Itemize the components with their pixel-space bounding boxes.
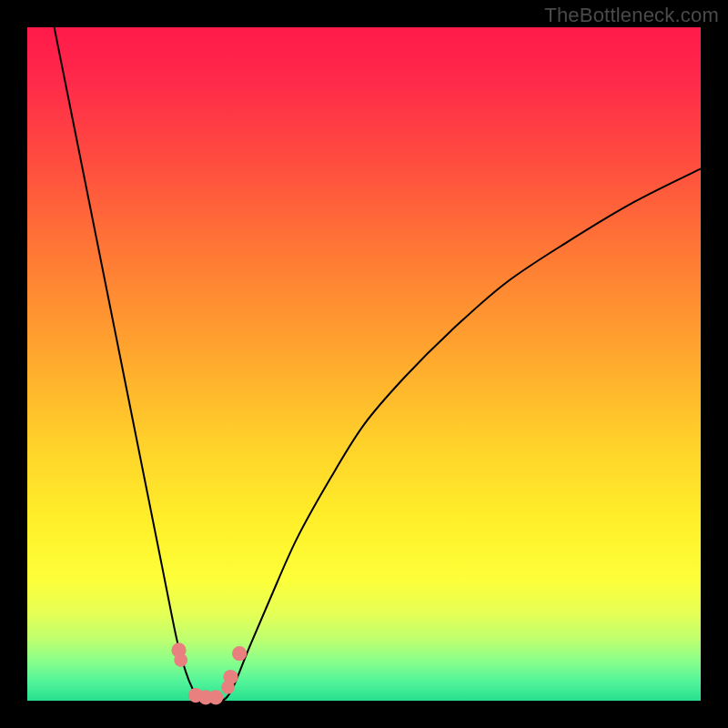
data-marker (174, 653, 187, 667)
curve-right (216, 168, 701, 701)
data-marker (208, 690, 223, 704)
marker-group (171, 642, 247, 704)
data-marker (232, 646, 247, 661)
curve-left (55, 27, 209, 702)
curve-layer (27, 27, 701, 701)
chart-frame: TheBottleneck.com (0, 0, 728, 728)
data-marker (223, 670, 238, 684)
plot-area (27, 27, 701, 701)
watermark-text: TheBottleneck.com (544, 4, 719, 27)
